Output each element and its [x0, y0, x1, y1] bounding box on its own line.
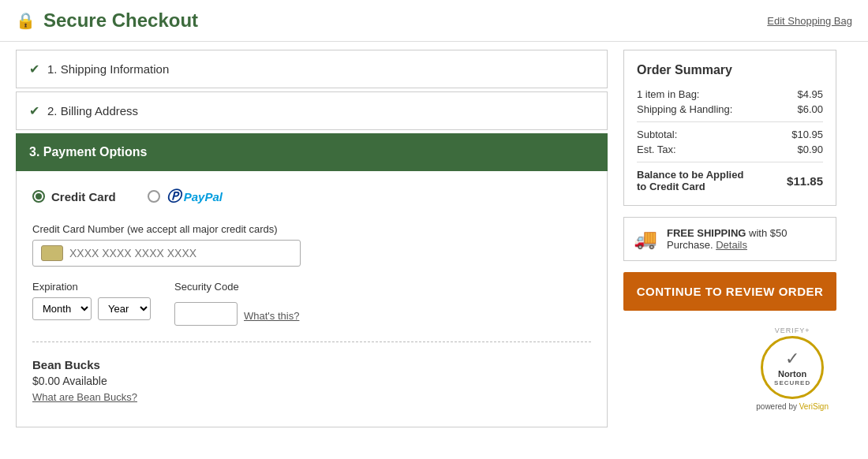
verisign-text: powered by VeriSign [756, 402, 829, 411]
balance-label-line1: Balance to be Applied [637, 169, 743, 181]
balance-amount: $11.85 [787, 174, 823, 188]
paypal-radio[interactable] [148, 190, 160, 203]
month-select[interactable]: Month 01020304 05060708 09101112 [32, 297, 92, 320]
section-divider [32, 341, 591, 342]
balance-row: Balance to be Applied to Credit Card $11… [637, 169, 823, 192]
payment-section: Credit Card Ⓟ PayPal Credit Card Number … [16, 171, 608, 427]
order-summary: Order Summary 1 item in Bag: $4.95 Shipp… [623, 50, 836, 206]
norton-label: Norton [778, 369, 806, 379]
main-layout: ✔ 1. Shipping Information ✔ 2. Billing A… [0, 42, 868, 459]
checkout-header: 🔒 Secure Checkout Edit Shopping Bag [0, 0, 868, 42]
bean-bucks-amount: $0.00 Available [32, 375, 591, 387]
security-group: Security Code What's this? [174, 281, 299, 326]
step-payment: 3. Payment Options [16, 133, 608, 171]
paypal-option[interactable]: Ⓟ PayPal [148, 187, 223, 206]
tax-label: Est. Tax: [637, 144, 676, 155]
norton-badge: VERIFY+ ✓ Norton SECURED powered by Veri… [623, 327, 836, 411]
credit-card-label: Credit Card [51, 190, 116, 203]
expiry-selects: Month 01020304 05060708 09101112 Year 20… [32, 297, 151, 320]
summary-row-shipping: Shipping & Handling: $6.00 [637, 103, 823, 115]
expiry-group: Expiration Month 01020304 05060708 09101… [32, 281, 151, 320]
security-code-label: Security Code [174, 281, 299, 293]
summary-divider-1 [637, 121, 823, 122]
step-payment-label: 3. Payment Options [29, 145, 147, 159]
paypal-logo: Ⓟ PayPal [166, 187, 223, 206]
truck-icon: 🚚 [634, 228, 657, 250]
balance-label-line2: to Credit Card [637, 181, 705, 192]
payment-methods: Credit Card Ⓟ PayPal [32, 187, 591, 206]
card-number-input[interactable] [69, 247, 292, 259]
tax-value: $0.90 [797, 144, 823, 155]
step-shipping[interactable]: ✔ 1. Shipping Information [16, 50, 608, 88]
card-number-group: Credit Card Number (we accept all major … [32, 223, 591, 267]
summary-row-tax: Est. Tax: $0.90 [637, 144, 823, 155]
balance-label: Balance to be Applied to Credit Card [637, 169, 743, 192]
subtotal-value: $10.95 [791, 129, 823, 140]
bean-bucks-title: Bean Bucks [32, 358, 591, 371]
year-select[interactable]: Year 2024202520262027 202820292030 [98, 297, 151, 320]
expiry-security-row: Expiration Month 01020304 05060708 09101… [32, 281, 591, 326]
bean-bucks-section: Bean Bucks $0.00 Available What are Bean… [32, 358, 591, 403]
verisign-brand: VeriSign [799, 402, 829, 411]
free-shipping-box: 🚚 FREE SHIPPING with $50 Purchase. Detai… [623, 217, 836, 261]
step-billing-label: 2. Billing Address [47, 104, 138, 118]
paypal-p-icon: Ⓟ [166, 187, 181, 206]
bean-bucks-link[interactable]: What are Bean Bucks? [32, 391, 137, 403]
free-shipping-bold: FREE SHIPPING [667, 227, 746, 239]
summary-row-items: 1 item in Bag: $4.95 [637, 88, 823, 100]
step-shipping-label: 1. Shipping Information [47, 62, 169, 76]
credit-card-radio[interactable] [32, 190, 45, 203]
summary-title: Order Summary [637, 63, 823, 77]
check-icon-billing: ✔ [29, 103, 39, 118]
items-value: $4.95 [797, 88, 823, 100]
summary-row-subtotal: Subtotal: $10.95 [637, 129, 823, 140]
check-icon-shipping: ✔ [29, 62, 39, 76]
step-billing[interactable]: ✔ 2. Billing Address [16, 91, 608, 130]
card-chip-icon [41, 245, 63, 261]
right-column: Order Summary 1 item in Bag: $4.95 Shipp… [623, 50, 836, 451]
continue-button[interactable]: CONTINUE TO REVIEW ORDER [623, 272, 836, 311]
shipping-label: Shipping & Handling: [637, 103, 732, 115]
expiration-label: Expiration [32, 281, 151, 293]
shipping-value: $6.00 [797, 103, 823, 115]
summary-divider-2 [637, 162, 823, 162]
whats-this-link[interactable]: What's this? [244, 310, 299, 322]
secured-label: SECURED [774, 379, 810, 386]
paypal-text: PayPal [184, 190, 223, 203]
credit-card-option[interactable]: Credit Card [32, 190, 116, 203]
verify-text: VERIFY+ [756, 327, 829, 334]
card-number-wrapper [32, 240, 301, 267]
lock-icon: 🔒 [16, 11, 36, 30]
left-column: ✔ 1. Shipping Information ✔ 2. Billing A… [16, 50, 608, 451]
logo-area: 🔒 Secure Checkout [16, 9, 198, 32]
details-link[interactable]: Details [716, 239, 747, 251]
norton-circle: ✓ Norton SECURED [761, 336, 824, 399]
items-label: 1 item in Bag: [637, 88, 700, 100]
subtotal-label: Subtotal: [637, 129, 677, 140]
page-title: Secure Checkout [43, 9, 198, 32]
security-code-input[interactable] [174, 302, 238, 326]
edit-bag-link[interactable]: Edit Shopping Bag [767, 15, 852, 27]
card-number-label: Credit Card Number (we accept all major … [32, 223, 591, 235]
shipping-text: FREE SHIPPING with $50 Purchase. Details [667, 227, 826, 251]
